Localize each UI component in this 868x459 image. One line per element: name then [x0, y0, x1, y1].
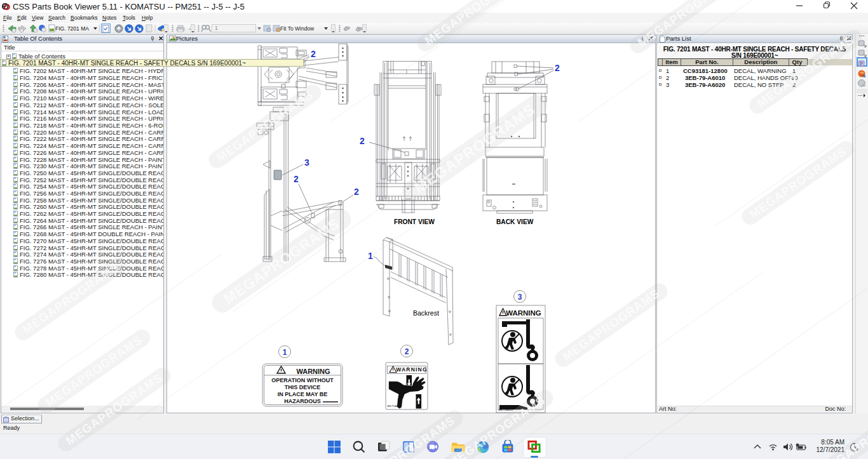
- svg-text:HAZARDOUS: HAZARDOUS: [284, 398, 321, 404]
- svg-text:2: 2: [311, 49, 316, 59]
- svg-text:3EB-79-A6010: 3EB-79-A6010: [387, 405, 400, 408]
- svg-text:1: 1: [283, 348, 287, 357]
- svg-text:3: 3: [518, 293, 522, 302]
- svg-text:3: 3: [304, 157, 309, 168]
- svg-text:Backrest: Backrest: [413, 309, 439, 317]
- svg-text:2: 2: [354, 187, 359, 197]
- svg-text:2: 2: [555, 63, 560, 73]
- svg-text:BACK VIEW: BACK VIEW: [496, 218, 534, 225]
- svg-text:IN PLACE MAY BE: IN PLACE MAY BE: [278, 391, 328, 397]
- svg-text:WARNING: WARNING: [296, 368, 330, 375]
- svg-text:2: 2: [294, 174, 299, 184]
- svg-text:THIS DEVICE: THIS DEVICE: [285, 384, 321, 390]
- svg-text:WARNING: WARNING: [506, 309, 541, 317]
- svg-text:OPERATION WITHOUT: OPERATION WITHOUT: [271, 377, 334, 383]
- svg-text:2: 2: [405, 347, 409, 356]
- svg-text:2: 2: [360, 136, 365, 146]
- svg-text:WARNING: WARNING: [396, 366, 427, 373]
